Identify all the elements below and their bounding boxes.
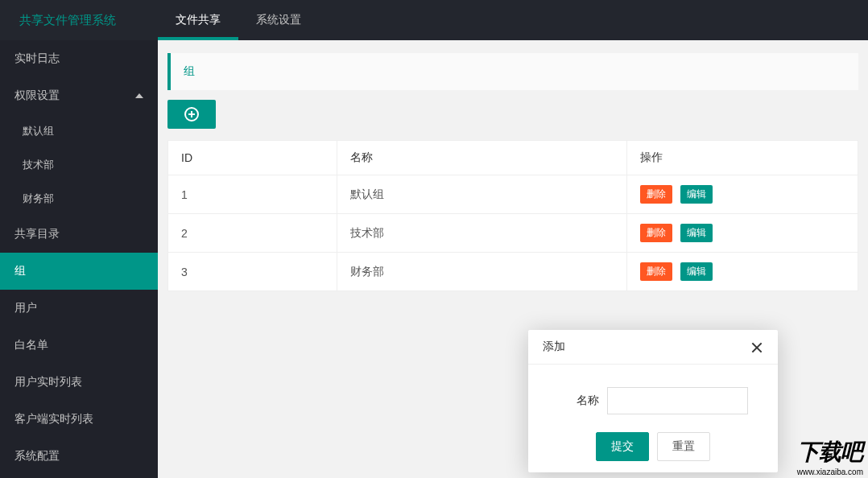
name-label: 名称 — [559, 394, 599, 408]
cell-op: 删除 编辑 — [627, 175, 858, 214]
form-row-name: 名称 — [544, 387, 762, 414]
sidebar: 实时日志 权限设置 默认组 技术部 财务部 共享目录 组 用户 白名单 用户实时… — [0, 40, 158, 478]
chevron-up-icon — [135, 93, 143, 98]
sidebar-item-label: 共享目录 — [14, 227, 60, 241]
table-header-row: ID 名称 操作 — [168, 141, 858, 175]
edit-button[interactable]: 编辑 — [680, 262, 713, 281]
add-button[interactable] — [167, 100, 216, 129]
header: 共享文件管理系统 文件共享 系统设置 — [0, 0, 868, 40]
sidebar-item-label: 用户实时列表 — [14, 375, 82, 389]
sidebar-item-realtime-log[interactable]: 实时日志 — [0, 40, 158, 77]
sidebar-item-label: 实时日志 — [14, 52, 60, 66]
cell-op: 删除 编辑 — [627, 214, 858, 253]
sidebar-item-system-config[interactable]: 系统配置 — [0, 438, 158, 475]
sidebar-item-label: 组 — [14, 264, 26, 278]
dialog-title: 添加 — [543, 340, 565, 354]
sidebar-subitem-finance[interactable]: 财务部 — [0, 182, 158, 216]
table-row: 3 财务部 删除 编辑 — [168, 253, 858, 291]
submit-button[interactable]: 提交 — [596, 432, 649, 461]
nav-tabs: 文件共享 系统设置 — [158, 0, 319, 40]
cell-id: 2 — [168, 214, 337, 253]
sidebar-item-client-realtime[interactable]: 客户端实时列表 — [0, 401, 158, 438]
col-op: 操作 — [627, 141, 858, 175]
reset-button[interactable]: 重置 — [657, 432, 710, 461]
close-icon[interactable] — [750, 340, 763, 353]
cell-name: 财务部 — [337, 253, 627, 291]
sidebar-item-whitelist[interactable]: 白名单 — [0, 327, 158, 364]
form-actions: 提交 重置 — [544, 432, 762, 461]
breadcrumb: 组 — [167, 53, 858, 90]
edit-button[interactable]: 编辑 — [680, 224, 713, 242]
sidebar-subitem-default-group[interactable]: 默认组 — [0, 114, 158, 148]
delete-button[interactable]: 删除 — [640, 224, 672, 242]
cell-op: 删除 编辑 — [627, 253, 858, 291]
plus-icon — [184, 107, 199, 122]
sidebar-item-label: 技术部 — [23, 159, 54, 171]
data-table: ID 名称 操作 1 默认组 删除 编辑 2 技术部 — [167, 140, 858, 291]
sidebar-item-label: 白名单 — [14, 338, 48, 352]
sidebar-subitem-tech[interactable]: 技术部 — [0, 148, 158, 182]
cell-name: 技术部 — [337, 214, 627, 253]
sidebar-item-label: 用户 — [14, 301, 37, 315]
col-id: ID — [168, 141, 337, 175]
col-name: 名称 — [337, 141, 627, 175]
sidebar-item-user[interactable]: 用户 — [0, 290, 158, 327]
sidebar-item-label: 权限设置 — [14, 89, 60, 103]
table-row: 2 技术部 删除 编辑 — [168, 214, 858, 253]
name-input[interactable] — [607, 387, 748, 414]
cell-id: 3 — [168, 253, 337, 291]
table-row: 1 默认组 删除 编辑 — [168, 175, 858, 214]
main-content: 组 ID 名称 操作 1 默认组 删除 编辑 — [158, 40, 868, 478]
app-title: 共享文件管理系统 — [0, 13, 158, 28]
sidebar-item-group[interactable]: 组 — [0, 253, 158, 290]
dialog-header: 添加 — [528, 330, 778, 365]
cell-name: 默认组 — [337, 175, 627, 214]
sidebar-item-user-realtime[interactable]: 用户实时列表 — [0, 364, 158, 401]
cell-id: 1 — [168, 175, 337, 214]
dialog-body: 名称 提交 重置 — [528, 365, 778, 472]
add-dialog: 添加 名称 提交 重置 — [528, 330, 778, 472]
tab-file-share[interactable]: 文件共享 — [158, 0, 238, 40]
sidebar-item-label: 默认组 — [23, 125, 54, 137]
sidebar-item-share-dir[interactable]: 共享目录 — [0, 216, 158, 253]
tab-system-settings[interactable]: 系统设置 — [238, 0, 319, 40]
sidebar-item-label: 财务部 — [23, 192, 54, 204]
sidebar-item-label: 系统配置 — [14, 449, 60, 464]
sidebar-item-label: 客户端实时列表 — [14, 412, 93, 426]
delete-button[interactable]: 删除 — [640, 262, 672, 281]
sidebar-item-permission[interactable]: 权限设置 — [0, 77, 158, 114]
delete-button[interactable]: 删除 — [640, 185, 672, 204]
edit-button[interactable]: 编辑 — [680, 185, 713, 204]
